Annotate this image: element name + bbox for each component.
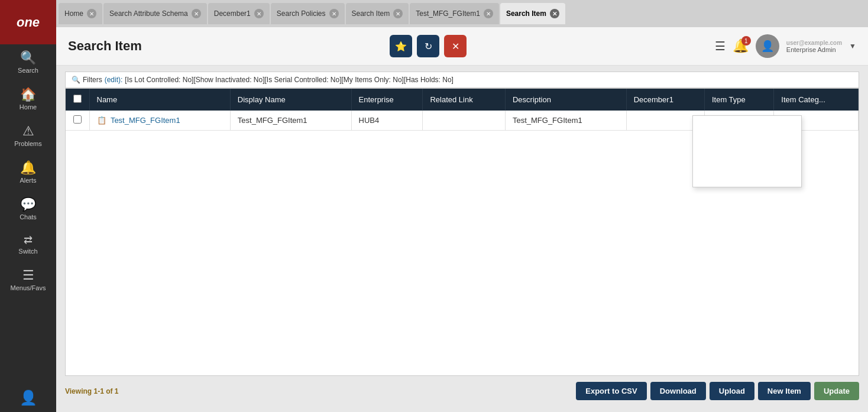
th-related-link: Related Link: [423, 89, 506, 111]
tab-search-attr-label: Search Attribute Schema: [109, 9, 188, 18]
tab-search-item-1[interactable]: Search Item ✕: [346, 3, 409, 24]
sidebar-search-label: Search: [18, 67, 38, 74]
row-enterprise-cell: HUB4: [351, 111, 423, 131]
tab-december1-close[interactable]: ✕: [254, 9, 264, 18]
chats-icon: 💬: [20, 198, 36, 211]
december1-dropdown: [692, 115, 802, 187]
sidebar-alerts-label: Alerts: [20, 177, 36, 184]
tab-test-mfg-label: Test_MFG_FGItem1: [416, 9, 480, 18]
user-dropdown-arrow[interactable]: ▼: [849, 42, 856, 50]
tab-search-item-2-close[interactable]: ✕: [550, 9, 559, 18]
th-december1: December1: [626, 89, 704, 111]
sidebar-home-label: Home: [20, 103, 37, 111]
alerts-icon: 🔔: [20, 161, 36, 174]
row-related-link-cell: [423, 111, 506, 131]
table-header-row: Name Display Name Enterprise Related Lin…: [66, 89, 859, 111]
update-button[interactable]: Update: [814, 382, 859, 400]
close-page-button[interactable]: ✕: [444, 35, 467, 57]
menus-icon: ☰: [22, 269, 34, 282]
footer-buttons: Export to CSV Download Upload New Item U…: [576, 382, 859, 400]
sidebar-item-switch[interactable]: ⇄ Switch: [0, 228, 56, 262]
tab-test-mfg-close[interactable]: ✕: [484, 9, 493, 18]
viewing-text: Viewing 1-1 of 1: [65, 387, 118, 395]
sidebar-problems-label: Problems: [14, 140, 41, 147]
filters-edit-link[interactable]: (edit):: [105, 76, 123, 84]
page-header: Search Item ⭐ ↻ ✕ ☰ 🔔 1 👤 user@example.c…: [56, 27, 868, 66]
user-name-label: user@example.com: [786, 40, 842, 46]
th-item-type: Item Type: [704, 89, 773, 111]
bookmark-button[interactable]: ⭐: [390, 35, 412, 57]
user-role-label: Enterprise Admin: [786, 46, 842, 53]
tab-search-item-1-label: Search Item: [352, 9, 390, 18]
hamburger-button[interactable]: ☰: [715, 39, 726, 53]
notification-count: 1: [741, 36, 751, 46]
select-all-checkbox[interactable]: [73, 95, 82, 103]
tab-home[interactable]: Home ✕: [59, 3, 102, 24]
sidebar-switch-label: Switch: [18, 248, 37, 255]
page-content: 🔍 Filters (edit): [Is Lot Controlled: No…: [56, 66, 868, 412]
new-item-button[interactable]: New Item: [758, 382, 811, 400]
tab-search-item-2[interactable]: Search Item ✕: [500, 3, 565, 24]
row-checkbox-cell: [66, 111, 89, 131]
filters-label: Filters: [83, 76, 102, 84]
sidebar-chats-label: Chats: [20, 213, 37, 220]
sidebar: one 🔍 Search 🏠 Home ⚠ Problems 🔔 Alerts …: [0, 0, 56, 412]
sidebar-item-alerts[interactable]: 🔔 Alerts: [0, 154, 56, 191]
tab-december1-label: December1: [214, 9, 251, 18]
main-content: Home ✕ Search Attribute Schema ✕ Decembe…: [56, 0, 868, 412]
sidebar-menus-label: Menus/Favs: [11, 284, 46, 291]
december1-dropdown-inner: [693, 116, 801, 187]
tab-search-item-1-close[interactable]: ✕: [393, 9, 403, 18]
search-icon: 🔍: [20, 51, 36, 64]
sidebar-item-home[interactable]: 🏠 Home: [0, 81, 56, 118]
user-info: user@example.com Enterprise Admin: [786, 40, 842, 53]
avatar: 👤: [756, 34, 779, 58]
switch-icon: ⇄: [24, 235, 33, 245]
sidebar-item-profile[interactable]: 👤: [0, 384, 56, 412]
download-button[interactable]: Download: [650, 382, 706, 400]
row-checkbox[interactable]: [73, 115, 82, 124]
row-description-cell: Test_MFG_FGItem1: [505, 111, 626, 131]
th-description: Description: [505, 89, 626, 111]
tab-bar: Home ✕ Search Attribute Schema ✕ Decembe…: [56, 0, 868, 27]
profile-icon: 👤: [20, 391, 37, 405]
tab-search-policies[interactable]: Search Policies ✕: [271, 3, 345, 24]
tab-home-label: Home: [64, 9, 83, 18]
sidebar-item-problems[interactable]: ⚠ Problems: [0, 118, 56, 154]
notification-bell[interactable]: 🔔 1: [733, 38, 749, 54]
row-display-name-cell: Test_MFG_FGItem1: [230, 111, 351, 131]
th-name: Name: [89, 89, 230, 111]
th-item-category: Item Categ...: [774, 89, 859, 111]
tab-search-policies-label: Search Policies: [277, 9, 326, 18]
header-actions: ⭐ ↻ ✕: [390, 35, 467, 57]
problems-icon: ⚠: [22, 125, 34, 138]
tab-test-mfg[interactable]: Test_MFG_FGItem1 ✕: [410, 3, 499, 24]
item-icon: 📋: [97, 116, 106, 125]
tab-search-attr-close[interactable]: ✕: [192, 9, 201, 18]
th-enterprise: Enterprise: [351, 89, 423, 111]
upload-button[interactable]: Upload: [710, 382, 754, 400]
filter-icon: 🔍: [72, 76, 80, 84]
sidebar-item-search[interactable]: 🔍 Search: [0, 44, 56, 81]
tab-december1[interactable]: December1 ✕: [208, 3, 270, 24]
filter-bar: 🔍 Filters (edit): [Is Lot Controlled: No…: [65, 72, 859, 88]
th-checkbox: [66, 89, 89, 111]
sidebar-item-menus[interactable]: ☰ Menus/Favs: [0, 262, 56, 299]
tab-search-attr[interactable]: Search Attribute Schema ✕: [103, 3, 207, 24]
header-right: ☰ 🔔 1 👤 user@example.com Enterprise Admi…: [715, 34, 856, 58]
row-name-cell: 📋 Test_MFG_FGItem1: [89, 111, 230, 131]
filter-conditions: [Is Lot Controlled: No][Show Inactivated…: [125, 76, 454, 84]
export-csv-button[interactable]: Export to CSV: [576, 382, 646, 400]
tab-home-close[interactable]: ✕: [87, 9, 96, 18]
footer-bar: Viewing 1-1 of 1 Export to CSV Download …: [65, 376, 859, 406]
app-logo: one: [0, 0, 56, 44]
table-container: Name Display Name Enterprise Related Lin…: [65, 88, 859, 376]
tab-search-item-2-label: Search Item: [506, 9, 546, 18]
tab-search-policies-close[interactable]: ✕: [329, 9, 339, 18]
th-display-name: Display Name: [230, 89, 351, 111]
row-name-link[interactable]: Test_MFG_FGItem1: [111, 116, 180, 125]
refresh-button[interactable]: ↻: [417, 35, 439, 57]
page-title: Search Item: [68, 38, 142, 54]
sidebar-item-chats[interactable]: 💬 Chats: [0, 191, 56, 228]
home-icon: 🏠: [20, 88, 36, 101]
